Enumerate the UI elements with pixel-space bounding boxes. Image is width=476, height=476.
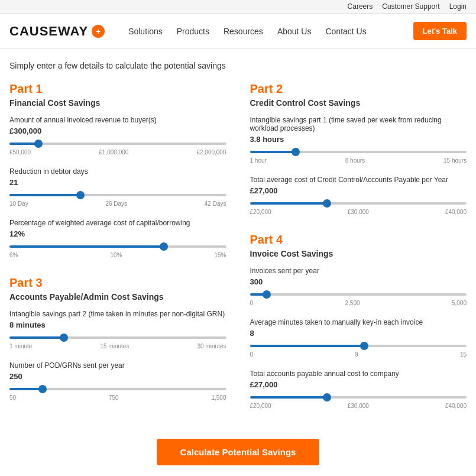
slider-section-1: Number of POD/GRNs sent per year25050750…: [9, 361, 226, 401]
calculate-button[interactable]: Calculate Potential Savings: [157, 439, 320, 465]
range-slider[interactable]: [9, 194, 226, 196]
slider-value: 8: [250, 329, 467, 338]
part2-subtitle: Credit Control Cost Savings: [250, 98, 467, 108]
nav-resources[interactable]: Resources: [224, 27, 263, 36]
slider-value: 3.8 hours: [250, 135, 467, 144]
slider-ticks: 0915: [250, 351, 467, 358]
navbar: CAUSEWAY + Solutions Products Resources …: [0, 14, 476, 49]
range-slider[interactable]: [9, 143, 226, 145]
slider-section-0: Intangible savings part 2 (time taken in…: [9, 310, 226, 349]
slider-section-2: Percentage of weighted average cost of c…: [9, 219, 226, 258]
logo-icon: +: [92, 25, 105, 38]
slider-section-0: Intangible savings part 1 (time saved pe…: [250, 116, 467, 164]
slider-ticks: 6%10%15%: [9, 252, 226, 258]
range-slider[interactable]: [250, 345, 467, 347]
top-bar: Careers Customer Support Login: [0, 0, 476, 14]
nav-products[interactable]: Products: [177, 27, 209, 36]
slider-section-2: Total accounts payable annual cost to co…: [250, 370, 467, 409]
slider-section-1: Reduction in debtor days2110 Day26 Days4…: [9, 167, 226, 207]
nav-solutions[interactable]: Solutions: [128, 27, 163, 36]
nav-about-us[interactable]: About Us: [277, 27, 312, 36]
slider-label: Total accounts payable annual cost to co…: [250, 370, 467, 378]
slider-ticks: 02,5005,000: [250, 300, 467, 306]
slider-ticks: £20,000£30,000£40,000: [250, 209, 467, 215]
range-slider[interactable]: [250, 151, 467, 153]
slider-label: Invoices sent per year: [250, 267, 467, 275]
nav-contact-us[interactable]: Contact Us: [325, 27, 366, 36]
part3-section: Part 3 Accounts Payable/Admin Cost Savin…: [9, 276, 226, 401]
slider-container: [9, 138, 226, 147]
careers-link[interactable]: Careers: [348, 2, 373, 11]
lets-talk-button[interactable]: Let's Talk: [413, 22, 467, 40]
range-slider[interactable]: [9, 388, 226, 390]
slider-section-1: Total average cost of Credit Control/Acc…: [250, 176, 467, 215]
slider-value: £27,000: [250, 186, 467, 195]
part1-section: Part 1 Financial Cost Savings Amount of …: [9, 82, 226, 258]
part4-title: Part 4: [250, 233, 467, 247]
part2-section: Part 2 Credit Control Cost Savings Intan…: [250, 82, 467, 215]
slider-label: Reduction in debtor days: [9, 167, 226, 176]
slider-value: £27,000: [250, 380, 467, 389]
slider-container: [250, 146, 467, 155]
part4-section: Part 4 Invoice Cost Savings Invoices sen…: [250, 233, 467, 409]
slider-section-0: Amount of annual invoiced revenue to buy…: [9, 116, 226, 156]
range-slider[interactable]: [250, 396, 467, 399]
logo-text: CAUSEWAY: [9, 24, 88, 39]
two-col-layout: Part 1 Financial Cost Savings Amount of …: [9, 82, 467, 421]
slider-container: [9, 189, 226, 198]
slider-label: Total average cost of Credit Control/Acc…: [250, 176, 467, 184]
slider-container: [9, 383, 226, 392]
slider-label: Average minutes taken to manually key-in…: [250, 318, 467, 326]
slider-ticks: 10 Day26 Days42 Days: [9, 200, 226, 207]
calc-btn-container: Calculate Potential Savings: [9, 439, 467, 465]
login-link[interactable]: Login: [449, 2, 467, 11]
nav-links: Solutions Products Resources About Us Co…: [128, 27, 413, 36]
slider-ticks: £50,000£1,000,000£2,000,000: [9, 149, 226, 156]
part2-title: Part 2: [250, 82, 467, 96]
slider-ticks: £20,000£30,000£40,000: [250, 403, 467, 409]
slider-value: 12%: [9, 229, 226, 238]
slider-container: [250, 340, 467, 349]
main-content: Simply enter a few details to calculate …: [0, 49, 476, 476]
range-slider[interactable]: [250, 293, 467, 296]
part4-subtitle: Invoice Cost Savings: [250, 249, 467, 258]
slider-value: 21: [9, 178, 226, 187]
slider-label: Intangible savings part 1 (time saved pe…: [250, 116, 467, 132]
part3-title: Part 3: [9, 276, 226, 290]
part1-subtitle: Financial Cost Savings: [9, 98, 226, 108]
slider-label: Percentage of weighted average cost of c…: [9, 219, 226, 227]
part1-title: Part 1: [9, 82, 226, 96]
part3-subtitle: Accounts Payable/Admin Cost Savings: [9, 292, 226, 302]
left-column: Part 1 Financial Cost Savings Amount of …: [9, 82, 226, 421]
slider-container: [9, 332, 226, 341]
logo-area: CAUSEWAY +: [9, 24, 105, 39]
slider-value: £300,000: [9, 127, 226, 135]
range-slider[interactable]: [250, 202, 467, 205]
slider-label: Number of POD/GRNs sent per year: [9, 361, 226, 370]
slider-value: 8 minutes: [9, 320, 226, 329]
slider-container: [250, 197, 467, 206]
right-column: Part 2 Credit Control Cost Savings Intan…: [250, 82, 467, 421]
slider-container: [250, 391, 467, 400]
range-slider[interactable]: [9, 245, 226, 248]
intro-text: Simply enter a few details to calculate …: [9, 61, 467, 70]
slider-section-0: Invoices sent per year30002,5005,000: [250, 267, 467, 306]
slider-value: 250: [9, 372, 226, 381]
slider-label: Amount of annual invoiced revenue to buy…: [9, 116, 226, 124]
slider-value: 300: [250, 277, 467, 286]
range-slider[interactable]: [9, 336, 226, 339]
slider-ticks: 507501,500: [9, 394, 226, 401]
slider-ticks: 1 hour8 hours15 hours: [250, 157, 467, 164]
slider-ticks: 1 minute15 minutes30 minutes: [9, 343, 226, 349]
slider-section-1: Average minutes taken to manually key-in…: [250, 318, 467, 358]
slider-container: [250, 289, 467, 297]
customer-support-link[interactable]: Customer Support: [382, 2, 439, 11]
slider-container: [9, 241, 226, 250]
slider-label: Intangible savings part 2 (time taken in…: [9, 310, 226, 318]
